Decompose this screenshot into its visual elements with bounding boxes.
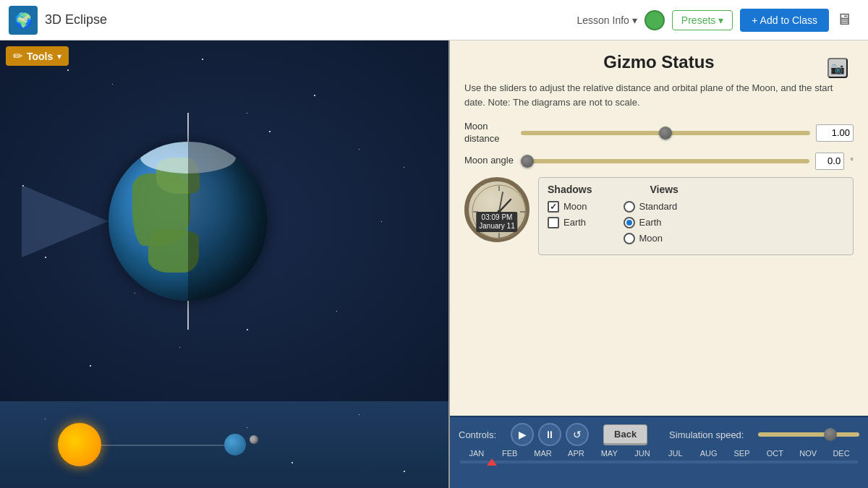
top-bar: 🌍 3D Eclipse Lesson Info ▾ Presets ▾ + A… (0, 0, 868, 40)
sv-header: Shadows Views (548, 184, 844, 195)
earth-small-container (224, 434, 246, 455)
standard-view-radio[interactable] (624, 201, 635, 213)
tools-bar[interactable]: ✏ Tools ▾ (6, 46, 69, 66)
star (179, 347, 180, 348)
add-to-class-label: + Add to Class (752, 14, 817, 26)
month-label: AUG (692, 449, 726, 458)
clock-container: 03:09 PM January 11 (464, 177, 529, 242)
gizmo-status-panel: 📷 Gizmo Status Use the sliders to adjust… (450, 40, 868, 416)
moon-distance-slider-row: Moon distance (464, 121, 854, 145)
pause-button[interactable]: ⏸ (538, 423, 561, 446)
chevron-down-icon: ▾ (632, 14, 637, 26)
add-to-class-button[interactable]: + Add to Class (740, 9, 829, 32)
month-label: JUL (659, 449, 692, 458)
checkmark-icon: ✓ (550, 202, 557, 212)
gizmo-description: Use the sliders to adjust the relative d… (464, 81, 854, 109)
moon-distance-value[interactable] (816, 124, 854, 142)
moon-view-radio[interactable] (624, 233, 635, 244)
moon-angle-track[interactable] (521, 159, 809, 163)
star (90, 365, 91, 367)
moon-angle-unit: ° (850, 156, 854, 166)
back-button[interactable]: Back (603, 424, 647, 445)
moon-view-label: Moon (639, 233, 663, 244)
month-label: SEP (726, 449, 759, 458)
bottom-controls: Controls: ▶ ⏸ ↺ Back Simulation speed: J… (450, 416, 868, 488)
gizmo-panel-inner: 📷 Gizmo Status Use the sliders to adjust… (464, 52, 854, 255)
gizmo-title: Gizmo Status (464, 52, 854, 72)
month-label: JAN (460, 449, 493, 458)
earth-shadow-checkbox[interactable] (548, 217, 559, 228)
star (336, 311, 337, 312)
presets-button[interactable]: Presets ▾ (672, 10, 733, 30)
left-panel: ✏ Tools ▾ (0, 40, 448, 488)
views-title: Views (650, 184, 678, 195)
month-label: NOV (791, 449, 825, 458)
earth-view-radio[interactable] (624, 217, 635, 228)
star (247, 427, 247, 428)
monitor-icon[interactable]: 🖥 (836, 10, 859, 30)
star (359, 149, 359, 150)
star (247, 113, 247, 114)
moon-shadow-checkbox-row[interactable]: ✓ Moon (548, 201, 587, 213)
star (292, 462, 293, 463)
star (67, 69, 69, 71)
month-label: MAR (527, 449, 560, 458)
earth-view-radio-row[interactable]: Earth (624, 217, 678, 228)
moon-distance-track[interactable] (521, 131, 810, 135)
rewind-button[interactable]: ↺ (566, 423, 589, 446)
star (269, 131, 271, 132)
month-label: MAY (592, 449, 626, 458)
star (247, 329, 248, 330)
simulation-speed-label: Simulation speed: (669, 429, 744, 440)
progress-bar-row (459, 461, 859, 463)
earth-shadow (188, 142, 268, 301)
simulation-bottom (0, 401, 448, 488)
standard-view-radio-row[interactable]: Standard (624, 201, 678, 213)
speed-slider-area (758, 432, 859, 437)
star (45, 257, 46, 258)
tools-icon: ✏ (13, 49, 22, 63)
star (404, 471, 405, 472)
camera-button[interactable]: 📷 (827, 58, 848, 78)
shadows-views-panel: Shadows Views ✓ Moon (538, 177, 854, 255)
earth-shadow-label: Earth (563, 217, 586, 228)
app-title: 3D Eclipse (45, 12, 569, 27)
earth-shadow-checkbox-row[interactable]: Earth (548, 217, 587, 228)
moon-distance-label: Moon distance (464, 121, 515, 145)
presets-chevron-icon: ▾ (718, 14, 723, 26)
earth-globe (109, 142, 268, 301)
moon-view-radio-row[interactable]: Moon (624, 233, 678, 244)
moon-small (250, 435, 258, 444)
star (381, 221, 382, 222)
app-logo: 🌍 (9, 6, 38, 35)
month-label: APR (559, 449, 592, 458)
lesson-info-button[interactable]: Lesson Info ▾ (576, 14, 637, 26)
simulation-top: ✏ Tools ▾ (0, 40, 448, 401)
star (314, 95, 315, 96)
moon-angle-label: Moon angle (464, 155, 515, 167)
speed-thumb[interactable] (824, 428, 837, 441)
star (404, 167, 404, 168)
star (202, 59, 203, 60)
tools-chevron-icon: ▾ (57, 51, 61, 61)
moon-shadow-label: Moon (563, 201, 587, 212)
presets-label: Presets (681, 14, 715, 26)
clock-controls-area: 03:09 PM January 11 Shadows Views (464, 177, 854, 255)
moon-angle-value[interactable] (815, 153, 844, 170)
moon-shadow-checkbox[interactable]: ✓ (548, 201, 559, 213)
clock-label: 03:09 PM January 11 (476, 212, 517, 232)
progress-track[interactable] (460, 461, 858, 463)
month-label: JUN (626, 449, 659, 458)
main-layout: ✏ Tools ▾ (0, 40, 868, 488)
orbit-line (101, 445, 231, 446)
moon-distance-thumb[interactable] (659, 127, 672, 140)
month-label: OCT (758, 449, 791, 458)
shadows-column: ✓ Moon Earth (548, 201, 587, 249)
moon-angle-thumb[interactable] (521, 155, 534, 168)
sun-small (58, 423, 101, 466)
month-labels: JANFEBMARAPRMAYJUNJULAUGSEPOCTNOVDEC (459, 449, 859, 458)
speed-track[interactable] (758, 432, 859, 437)
green-dot-button[interactable] (644, 10, 665, 30)
star (112, 84, 113, 85)
play-button[interactable]: ▶ (511, 423, 534, 446)
